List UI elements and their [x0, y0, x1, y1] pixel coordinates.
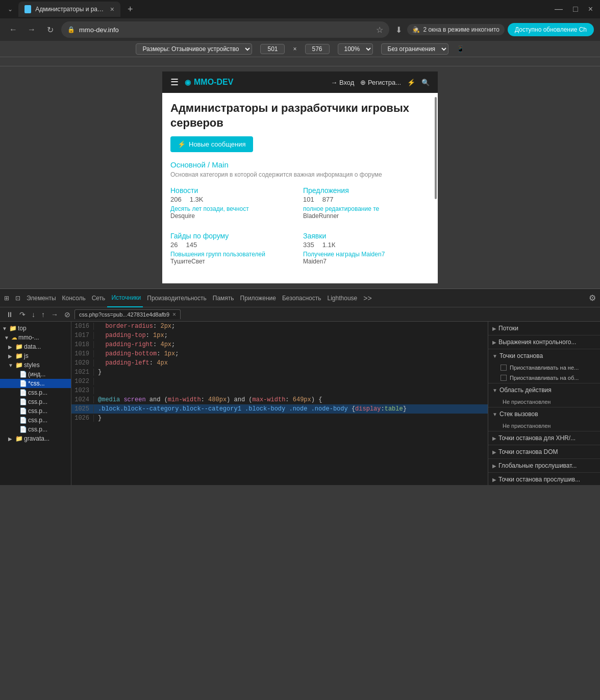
forum-name[interactable]: Предложения	[303, 186, 430, 195]
tree-item-js[interactable]: ▶ 📁 js	[0, 351, 71, 360]
width-input[interactable]	[260, 44, 285, 54]
step-into-button[interactable]: ↓	[30, 309, 37, 320]
tree-item-css4[interactable]: 📄 css.p...	[0, 416, 71, 425]
devtools-settings-button[interactable]: ⚙	[585, 293, 600, 303]
ruler	[0, 57, 600, 66]
breakpoint-checkbox[interactable]	[501, 375, 507, 381]
rp-eventlisteners-header[interactable]: ▶ Точки останова прослушив...	[488, 473, 600, 485]
forum-last-post[interactable]: Десять лет позади, вечност	[170, 205, 297, 212]
tree-item-css-star[interactable]: 📄 *css...	[0, 379, 71, 388]
update-button[interactable]: Доступно обновление Ch	[508, 23, 594, 36]
breakpoint-checkbox[interactable]	[501, 365, 507, 371]
rp-global-header[interactable]: ▶ Глобальные прослушиват...	[488, 459, 600, 472]
site-logo[interactable]: ◉ MMO-DEV	[185, 78, 233, 87]
tree-item-css3[interactable]: 📄 css.p...	[0, 406, 71, 416]
search-icon[interactable]: 🔍	[421, 79, 430, 86]
back-button[interactable]: ←	[6, 22, 20, 37]
code-line: 1016 border-radius: 2px;	[71, 322, 488, 331]
line-number: 1018	[71, 341, 94, 348]
lightning-icon[interactable]: ⚡	[407, 79, 415, 86]
new-tab-button[interactable]: +	[124, 4, 136, 15]
file-icon: 📄	[19, 407, 27, 415]
rp-callstack-header[interactable]: ▼ Стек вызовов	[488, 407, 600, 421]
category-title[interactable]: Основной / Main	[170, 160, 430, 169]
forum-last-post[interactable]: полное редактирование те	[303, 205, 430, 212]
device-selector[interactable]: Размеры: Отзывчивое устройство	[136, 43, 252, 55]
tab-list-button[interactable]: ⌄	[4, 3, 16, 15]
forward-button[interactable]: →	[24, 22, 39, 37]
step-out-button[interactable]: ↑	[39, 309, 47, 320]
throttle-selector[interactable]: Без ограничения	[381, 43, 448, 55]
minimize-button[interactable]: —	[552, 4, 566, 15]
viewport: ☰ ◉ MMO-DEV → Вход ⊕ Регистра... ⚡ 🔍 Адм…	[162, 71, 438, 283]
active-tab[interactable]: Администраторы и разрабо... ×	[18, 2, 120, 17]
tab-lighthouse[interactable]: Lighthouse	[323, 289, 360, 307]
rp-dom-header[interactable]: ▶ Точки останова DOM	[488, 445, 600, 458]
tree-item-mmo[interactable]: ▼ ☁ mmo-...	[0, 333, 71, 342]
file-icon: 📄	[19, 371, 27, 378]
forum-name[interactable]: Новости	[170, 186, 297, 195]
tree-label: js	[24, 352, 29, 359]
tree-item-gravata[interactable]: ▶ 📁 gravata...	[0, 434, 71, 443]
maximize-button[interactable]: □	[570, 4, 581, 15]
rp-section-xhr: ▶ Точки останова для XHR/...	[488, 431, 600, 445]
close-button[interactable]: ×	[585, 4, 596, 15]
tree-label: mmo-...	[18, 334, 39, 341]
line-number: 1025	[71, 405, 94, 413]
register-button[interactable]: ⊕ Регистра...	[360, 79, 401, 86]
zoom-selector[interactable]: 100%	[338, 43, 373, 55]
pause-button[interactable]: ⏸	[4, 309, 15, 320]
incognito-label: 2 окна в режиме инкогнито	[423, 26, 499, 33]
step-button[interactable]: →	[49, 309, 60, 320]
touch-icon[interactable]: 📱	[457, 45, 464, 53]
tree-item-top[interactable]: ▼ 📁 top	[0, 324, 71, 333]
devtools-more-button[interactable]: >>	[359, 294, 376, 302]
devtools-toggle-button[interactable]: ⊞	[0, 289, 11, 307]
tree-item-css1[interactable]: 📄 css.p...	[0, 388, 71, 397]
open-file-tab[interactable]: css.php?css=pub...427831e4d8afb9 ×	[74, 309, 181, 319]
step-over-button[interactable]: ↷	[17, 309, 28, 320]
deactivate-breakpoints-button[interactable]: ⊘	[62, 309, 72, 320]
scrollbar[interactable]	[435, 97, 437, 199]
tab-console[interactable]: Консоль	[58, 289, 88, 307]
tree-item-styles[interactable]: ▼ 📁 styles	[0, 360, 71, 370]
rp-watch-header[interactable]: ▶ Выражения контрольного...	[488, 335, 600, 349]
forum-name[interactable]: Гайды по форуму	[170, 232, 297, 240]
refresh-button[interactable]: ↻	[43, 22, 57, 37]
tree-item-css5[interactable]: 📄 css.p...	[0, 425, 71, 434]
rp-section-label: Область действия	[499, 387, 552, 394]
tab-elements[interactable]: Элементы	[22, 289, 58, 307]
forum-last-post[interactable]: Повышения групп пользователей	[170, 251, 297, 258]
forum-name[interactable]: Заявки	[303, 232, 430, 240]
expand-icon: ▶	[492, 463, 496, 469]
url-bar[interactable]: 🔒 mmo-dev.info ☆	[61, 21, 389, 38]
tree-item-index[interactable]: 📄 (инд...	[0, 370, 71, 379]
tab-sources[interactable]: Источники	[107, 289, 143, 307]
rp-breakpoints-header[interactable]: ▼ Точки останова	[488, 349, 600, 363]
forum-last-user: ТушитеСвет	[170, 258, 297, 265]
devtools-dock-button[interactable]: ⊡	[11, 289, 22, 307]
tab-close-button[interactable]: ×	[110, 5, 114, 13]
forum-item: Гайды по форуму 26 145 Повышения групп п…	[170, 230, 297, 267]
tree-item-css2[interactable]: 📄 css.p...	[0, 397, 71, 406]
tab-application[interactable]: Приложение	[236, 289, 278, 307]
code-editor[interactable]: 1016 border-radius: 2px; 1017 padding-to…	[71, 322, 488, 485]
download-button[interactable]: ⬇	[393, 23, 404, 37]
login-button[interactable]: → Вход	[331, 79, 354, 86]
file-tab-close[interactable]: ×	[172, 311, 176, 318]
tab-performance[interactable]: Производительность	[143, 289, 208, 307]
rp-scope-header[interactable]: ▼ Область действия	[488, 383, 600, 397]
tab-network[interactable]: Сеть	[88, 289, 108, 307]
tree-item-data[interactable]: ▶ 📁 data...	[0, 342, 71, 351]
forum-last-post[interactable]: Получение награды Maiden7	[303, 251, 430, 258]
hamburger-icon[interactable]: ☰	[170, 77, 179, 88]
devtools-panel: ⊞ ⊡ Элементы Консоль Сеть Источники Прои…	[0, 288, 600, 485]
rp-threads-header[interactable]: ▶ Потоки	[488, 322, 600, 335]
tab-memory[interactable]: Память	[209, 289, 236, 307]
bookmark-icon[interactable]: ☆	[376, 25, 383, 35]
tree-label: data...	[24, 343, 41, 350]
tab-security[interactable]: Безопасность	[278, 289, 323, 307]
new-messages-button[interactable]: ⚡ Новые сообщения	[170, 136, 253, 152]
rp-xhr-header[interactable]: ▶ Точки останова для XHR/...	[488, 431, 600, 445]
height-input[interactable]	[305, 44, 330, 54]
